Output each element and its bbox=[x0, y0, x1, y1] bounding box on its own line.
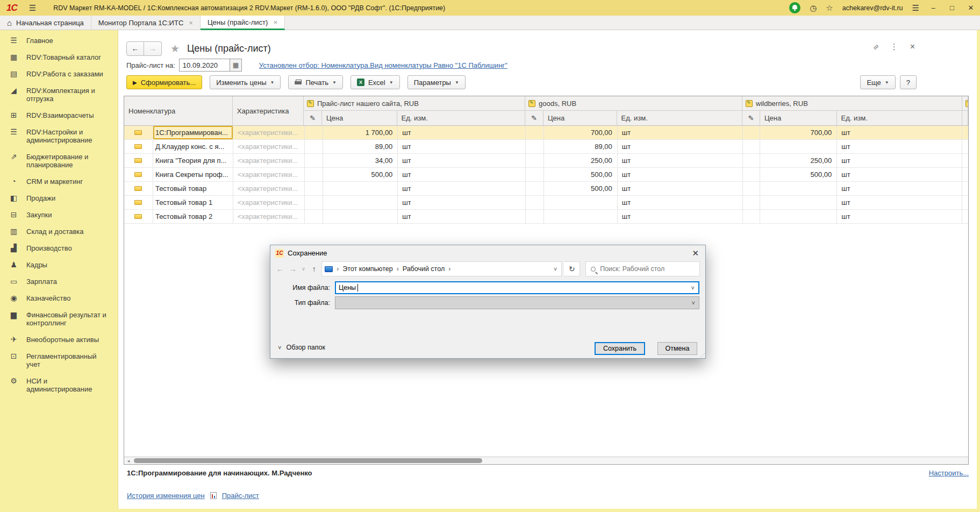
cell-nomenclature[interactable]: Книга "Теория для п... bbox=[153, 154, 233, 167]
cell-edit-spacer[interactable] bbox=[526, 182, 544, 195]
cell-edit-spacer[interactable] bbox=[526, 196, 544, 209]
calendar-icon[interactable]: ▦ bbox=[230, 59, 242, 72]
table-row[interactable]: Книга Секреты проф...<характеристики...5… bbox=[124, 168, 968, 182]
cell-characteristic[interactable]: <характеристики... bbox=[233, 154, 305, 167]
cell-edit-spacer[interactable] bbox=[743, 168, 761, 181]
sidebar-item-planning[interactable]: ⇗Бюджетирование и планирование bbox=[0, 148, 118, 173]
dialog-recent-icon[interactable]: ˅ bbox=[301, 266, 307, 272]
cell-edit-spacer[interactable] bbox=[743, 140, 761, 153]
cell-edit-spacer[interactable] bbox=[526, 126, 544, 139]
cell-edit-spacer[interactable] bbox=[305, 182, 323, 195]
table-row[interactable]: 1С:Программирован...<характеристики...1 … bbox=[124, 126, 968, 140]
save-dialog-titlebar[interactable]: 1С Сохранение bbox=[270, 245, 705, 261]
row-marker-cell[interactable] bbox=[124, 140, 153, 153]
scrollbar-thumb[interactable] bbox=[134, 458, 482, 463]
get-link-icon[interactable]: ∞ bbox=[870, 42, 880, 52]
cell-price[interactable]: 500,00 bbox=[323, 168, 398, 181]
cell-price[interactable] bbox=[760, 140, 837, 153]
cell-unit[interactable]: шт bbox=[837, 182, 962, 195]
row-marker-cell[interactable] bbox=[124, 182, 153, 195]
breadcrumb-segment[interactable]: Рабочий стол bbox=[403, 265, 445, 273]
sidebar-item-calculator[interactable]: ⊞RDV:Взаиморасчеты bbox=[0, 107, 118, 124]
cell-price[interactable]: 700,00 bbox=[544, 126, 618, 139]
cell-characteristic[interactable]: <характеристики... bbox=[233, 126, 305, 139]
cell-edit-spacer[interactable] bbox=[743, 154, 761, 167]
sidebar-item-wallet[interactable]: ▭Зарплата bbox=[0, 273, 118, 290]
sidebar-item-settings-sliders[interactable]: ☰RDV:Настройки и администрирование bbox=[0, 124, 118, 148]
cell-nomenclature[interactable]: Тестовый товар 2 bbox=[153, 210, 233, 223]
cell-price[interactable] bbox=[760, 196, 837, 209]
sidebar-item-ruble[interactable]: ◉Казначейство bbox=[0, 290, 118, 307]
table-row[interactable]: Тестовый товар<характеристики...шт500,00… bbox=[124, 182, 968, 196]
cell-characteristic[interactable]: <характеристики... bbox=[233, 210, 305, 223]
cell-price[interactable]: 89,00 bbox=[544, 140, 618, 153]
cell-edit-spacer[interactable] bbox=[305, 210, 323, 223]
sidebar-item-warehouse[interactable]: ▥Склад и доставка bbox=[0, 223, 118, 240]
window-maximize-button[interactable]: □ bbox=[947, 4, 957, 12]
resize-grip[interactable]: ⋰ bbox=[700, 353, 705, 358]
cell-edit-spacer[interactable] bbox=[743, 210, 761, 223]
cancel-button[interactable]: Отмена bbox=[657, 342, 697, 355]
current-user[interactable]: achekarev@rdv-it.ru bbox=[842, 4, 903, 12]
cell-price[interactable] bbox=[544, 210, 618, 223]
cell-edit-spacer[interactable] bbox=[526, 210, 544, 223]
cell-price[interactable]: 250,00 bbox=[760, 154, 837, 167]
tab-2[interactable]: Цены (прайс-лист)× bbox=[201, 16, 285, 30]
edit-pencil-icon[interactable]: ✎ bbox=[525, 111, 543, 125]
sidebar-item-shipping[interactable]: ◢RDV:Комплектация и отгрузка bbox=[0, 82, 118, 107]
service-menu-icon[interactable]: ☰ bbox=[912, 4, 919, 12]
window-minimize-button[interactable]: – bbox=[928, 4, 938, 12]
filetype-select[interactable]: ˅ bbox=[335, 296, 699, 309]
cell-price[interactable] bbox=[760, 210, 837, 223]
cell-unit[interactable]: шт bbox=[398, 154, 526, 167]
sidebar-item-factory[interactable]: ▟Производство bbox=[0, 240, 118, 257]
parameters-button[interactable]: Параметры▼ bbox=[407, 75, 466, 89]
search-input[interactable]: Поиск: Рабочий стол bbox=[585, 261, 700, 276]
cell-nomenclature[interactable]: Тестовый товар bbox=[153, 182, 233, 195]
cell-unit[interactable]: шт bbox=[618, 210, 743, 223]
cell-unit[interactable]: шт bbox=[398, 126, 526, 139]
cell-unit[interactable]: шт bbox=[618, 182, 743, 195]
filename-dropdown-icon[interactable]: ˅ bbox=[691, 285, 695, 291]
sidebar-item-truck[interactable]: ✈Внеоборотные активы bbox=[0, 331, 118, 348]
filter-link[interactable]: Установлен отбор: Номенклатура.Вид номен… bbox=[259, 61, 507, 69]
notifications-icon[interactable] bbox=[789, 2, 800, 13]
sidebar-item-bar-chart[interactable]: ▆Финансовый результат и контроллинг bbox=[0, 307, 118, 331]
cell-unit[interactable]: шт bbox=[398, 168, 526, 181]
table-row[interactable]: Тестовый товар 1<характеристики...штштшт bbox=[124, 196, 968, 210]
cell-price[interactable]: 1 700,00 bbox=[323, 126, 398, 139]
cell-characteristic[interactable]: <характеристики... bbox=[233, 140, 305, 153]
cell-price[interactable]: 500,00 bbox=[544, 168, 618, 181]
horizontal-scrollbar[interactable]: ◂ bbox=[124, 457, 968, 464]
cell-nomenclature[interactable]: Д.Клаудер конс. с я... bbox=[153, 140, 233, 153]
sidebar-item-sales[interactable]: ◧Продажи bbox=[0, 190, 118, 207]
cell-edit-spacer[interactable] bbox=[305, 126, 323, 139]
cell-nomenclature[interactable]: 1С:Программирован... bbox=[153, 126, 233, 139]
sidebar-item-pie-chart[interactable]: ◔CRM и маркетинг bbox=[0, 173, 118, 190]
cell-unit[interactable]: шт bbox=[837, 126, 962, 139]
table-row[interactable]: Тестовый товар 2<характеристики...штштшт bbox=[124, 210, 968, 224]
more-button[interactable]: Еще▼ bbox=[860, 75, 895, 89]
change-prices-button[interactable]: Изменить цены▼ bbox=[210, 75, 281, 89]
cell-unit[interactable]: шт bbox=[398, 210, 526, 223]
cell-characteristic[interactable]: <характеристики... bbox=[233, 168, 305, 181]
row-marker-cell[interactable] bbox=[124, 210, 153, 223]
excel-button[interactable]: X Excel▼ bbox=[350, 75, 400, 89]
breadcrumb-segment[interactable]: Этот компьютер bbox=[342, 265, 392, 273]
scroll-left-icon[interactable]: ◂ bbox=[125, 457, 132, 464]
cell-edit-spacer[interactable] bbox=[526, 140, 544, 153]
cell-price[interactable] bbox=[323, 196, 398, 209]
tab-home[interactable]: ⌂Начальная страница bbox=[0, 16, 91, 30]
address-bar[interactable]: ›Этот компьютер›Рабочий стол›˅ bbox=[321, 261, 562, 276]
cell-characteristic[interactable]: <характеристики... bbox=[233, 182, 305, 195]
address-dropdown-icon[interactable]: ˅ bbox=[554, 266, 557, 272]
cell-characteristic[interactable]: <характеристики... bbox=[233, 196, 305, 209]
tab-close-icon[interactable]: × bbox=[189, 19, 193, 27]
cell-edit-spacer[interactable] bbox=[743, 126, 761, 139]
cell-price[interactable] bbox=[544, 196, 618, 209]
dialog-close-icon[interactable]: ✕ bbox=[692, 248, 699, 258]
price-history-link[interactable]: История изменения цен bbox=[127, 492, 205, 500]
cell-unit[interactable]: шт bbox=[618, 196, 743, 209]
row-marker-cell[interactable] bbox=[124, 196, 153, 209]
cell-unit[interactable]: шт bbox=[618, 168, 743, 181]
